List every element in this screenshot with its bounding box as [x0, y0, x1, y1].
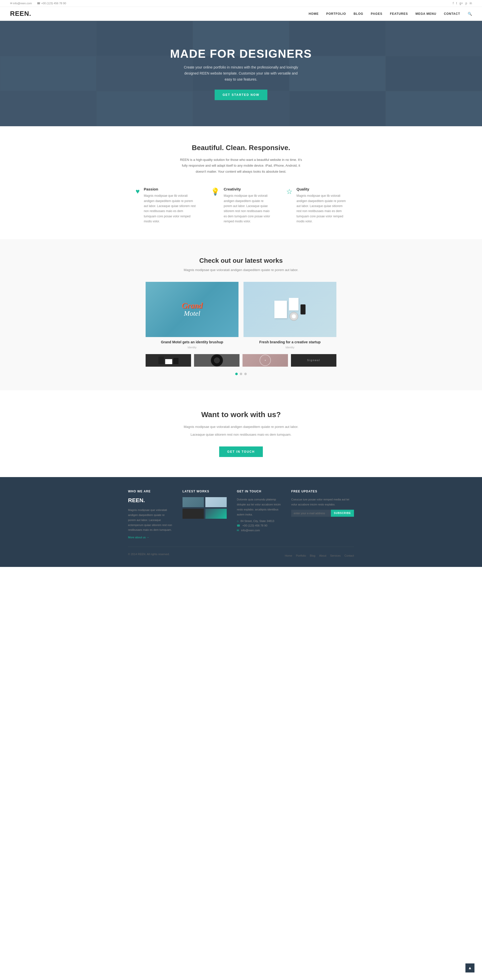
newsletter-input[interactable]	[291, 510, 331, 517]
footer-newsletter: FREE UPDATES Cseucue iure posae volor re…	[291, 490, 354, 539]
passion-icon: ♥	[135, 188, 140, 224]
feature-passion-text: Magnis modipsae que lib volorati andigen…	[144, 193, 196, 224]
portfolio-section: Check out our latest works Magnis modips…	[0, 239, 482, 390]
footer-newsletter-text: Cseucue iure posae volor remped media au…	[291, 497, 354, 507]
portfolio-item-grand-motel[interactable]: Grand Motel Grand Motel gets an identity…	[146, 282, 239, 349]
portfolio-item-fresh-branding[interactable]: Fresh branding for a creative startup Id…	[243, 282, 336, 349]
social-pinterest[interactable]: p	[465, 2, 467, 5]
hero-section: MADE FOR DESIGNERS Create your online po…	[0, 21, 482, 126]
top-bar-social: f t g+ p in	[453, 2, 472, 5]
portfolio-category-grand-motel: Identity	[188, 346, 196, 349]
social-instagram[interactable]: in	[470, 2, 472, 5]
feature-creativity-text: Magnis modipsae que lib volorati andigen…	[224, 193, 271, 224]
about-heading: Beautiful. Clean. Responsive.	[10, 144, 472, 152]
nav-portfolio[interactable]: PORTFOLIO	[326, 12, 346, 16]
dot-3[interactable]	[244, 373, 247, 375]
badge-shape: ✦	[259, 355, 271, 366]
portfolio-small-row: ✦ Signwal	[146, 354, 336, 367]
nav-blog[interactable]: BLOG	[353, 12, 363, 16]
footer-work-2[interactable]	[205, 497, 227, 507]
portfolio-subheading: Magnis modipsae que voloratati andigen d…	[10, 268, 472, 272]
search-icon[interactable]: 🔍	[468, 12, 472, 16]
hero-content: MADE FOR DESIGNERS Create your online po…	[170, 47, 312, 100]
footer-link-services[interactable]: Services	[330, 554, 340, 557]
brand-small-stack	[289, 298, 299, 321]
dot-2[interactable]	[240, 373, 242, 375]
footer-more-link[interactable]: More about us →	[128, 536, 149, 539]
footer-address: ⌂ 84 Street, City, State 34813	[237, 520, 281, 522]
cta-heading: Want to work with us?	[10, 410, 472, 419]
about-section: Beautiful. Clean. Responsive. REEN is a …	[0, 126, 482, 239]
brand-items	[274, 298, 305, 321]
top-bar: ✉ info@reen.com ☎ +00 (123) 456 78 90 f …	[0, 0, 482, 7]
portfolio-caption-grand-motel: Grand Motel gets an identity brushup Ide…	[146, 340, 239, 349]
newsletter-subscribe-button[interactable]: SUBSCRIBE	[331, 510, 354, 517]
footer-phone: ☎ +00 (123) 456 78 90	[237, 524, 281, 527]
footer-bottom: © 2014 REEN. All rights reserved. Home P…	[128, 547, 354, 559]
thumb-badge: ✦	[242, 354, 288, 367]
mini-stationery	[158, 356, 178, 364]
footer-link-home[interactable]: Home	[285, 554, 292, 557]
footer-link-about[interactable]: About	[319, 554, 326, 557]
footer-link-contact[interactable]: Contact	[344, 554, 354, 557]
footer-email: ✉ info@reen.com	[237, 529, 281, 532]
feature-quality: ☆ Quality Magnis modipsae que lib volora…	[286, 187, 347, 224]
cta-text1: Magnis modipsae que voloratati andigen d…	[10, 424, 472, 430]
social-facebook[interactable]: f	[453, 2, 453, 5]
footer-about-heading: WHO WE ARE	[128, 490, 172, 493]
mini-book	[158, 356, 164, 364]
social-twitter[interactable]: t	[456, 2, 457, 5]
nav-pages[interactable]: PAGES	[371, 12, 382, 16]
motel-text: Motel	[181, 309, 203, 317]
hero-title: MADE FOR DESIGNERS	[170, 47, 312, 60]
footer-work-4[interactable]	[205, 509, 227, 519]
feature-creativity: 💡 Creativity Magnis modipsae que lib vol…	[211, 187, 271, 224]
portfolio-thumb-fresh-branding	[243, 282, 336, 337]
portfolio-dots	[10, 373, 472, 375]
vinyl-record	[211, 354, 223, 367]
features-row: ♥ Passion Magnis modipsae que lib volora…	[128, 187, 354, 224]
nav-mega-menu[interactable]: MEGA MENU	[415, 12, 436, 16]
email-icon: ✉	[10, 2, 12, 5]
email-text: info@reen.com	[241, 529, 260, 532]
hero-cta-button[interactable]: GET STARTED NOW	[215, 90, 267, 100]
footer-work-3[interactable]	[183, 509, 204, 519]
footer-latest-works: LATEST WORKS	[183, 490, 227, 539]
footer-bottom-links: Home Portfolio Blog About Services Conta…	[285, 554, 354, 557]
footer-about: WHO WE ARE REEN. Magnis modipsae que vol…	[128, 490, 172, 539]
cta-button[interactable]: GET IN TOUCH	[219, 447, 263, 457]
portfolio-title-grand-motel: Grand Motel gets an identity brushup	[146, 340, 239, 344]
footer-grid: WHO WE ARE REEN. Magnis modipsae que vol…	[128, 490, 354, 539]
portfolio-heading: Check out our latest works	[10, 257, 472, 264]
footer-link-portfolio[interactable]: Portfolio	[296, 554, 306, 557]
cta-section: Want to work with us? Magnis modipsae qu…	[0, 390, 482, 477]
email-info: ✉ info@reen.com	[10, 2, 32, 5]
footer-about-text: Magnis modipsae que voloratati andigen d…	[128, 508, 172, 533]
portfolio-item-signwal[interactable]: Signwal	[291, 354, 336, 367]
footer-newsletter-heading: FREE UPDATES	[291, 490, 354, 493]
dot-1[interactable]	[235, 373, 238, 375]
newsletter-form: SUBSCRIBE	[291, 510, 354, 517]
creativity-icon: 💡	[211, 188, 220, 224]
feature-passion: ♥ Passion Magnis modipsae que lib volora…	[135, 187, 196, 224]
nav-home[interactable]: HOME	[309, 12, 318, 16]
brand-phone	[301, 304, 305, 315]
footer-link-blog[interactable]: Blog	[310, 554, 315, 557]
footer-works-grid	[183, 497, 227, 519]
cta-text2: Laceaque quiae sitiorem rest non restibu…	[10, 432, 472, 438]
phone-info: ☎ +00 (123) 456 78 90	[37, 2, 66, 5]
social-google[interactable]: g+	[460, 2, 463, 5]
feature-quality-title: Quality	[296, 187, 347, 191]
nav-features[interactable]: FEATURES	[390, 12, 408, 16]
footer-work-1[interactable]	[183, 497, 204, 507]
email-icon: ✉	[237, 529, 239, 532]
portfolio-item-badge[interactable]: ✦	[242, 354, 288, 367]
portfolio-thumb-grand-motel: Grand Motel	[146, 282, 239, 337]
main-nav: HOME PORTFOLIO BLOG PAGES FEATURES MEGA …	[309, 12, 472, 16]
portfolio-item-vinyl[interactable]	[194, 354, 240, 367]
footer: WHO WE ARE REEN. Magnis modipsae que vol…	[0, 477, 482, 567]
portfolio-main-row: Grand Motel Grand Motel gets an identity…	[146, 282, 336, 349]
portfolio-item-stationery[interactable]	[146, 354, 191, 367]
nav-contact[interactable]: CONTACT	[444, 12, 460, 16]
signwal-text: Signwal	[307, 359, 320, 362]
